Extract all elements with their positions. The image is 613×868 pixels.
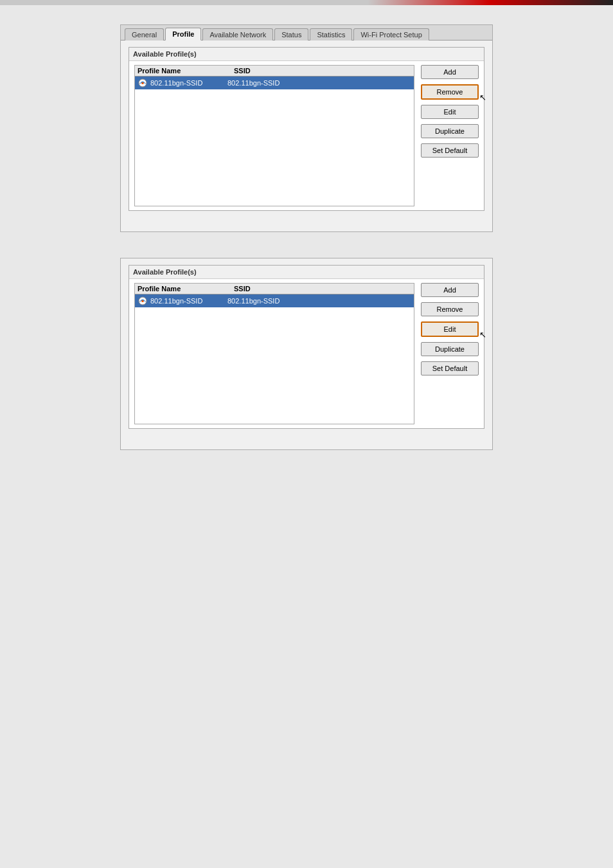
panel1-content: Available Profile(s) Profile Name SSID <box>121 41 492 221</box>
add-button[interactable]: Add <box>421 65 479 79</box>
profile-list-wrapper: Profile Name SSID <box>129 61 484 210</box>
col-header-ssid-2: SSID <box>234 285 411 293</box>
action-buttons-2: Add Remove Edit ↖ Duplicate Set Default <box>421 283 479 424</box>
remove-button[interactable]: Remove <box>421 84 479 100</box>
set-default-button-2[interactable]: Set Default <box>421 361 479 375</box>
edit-button-2[interactable]: Edit <box>421 321 479 337</box>
tab-profile[interactable]: Profile <box>165 28 201 41</box>
tab-available-network[interactable]: Available Network <box>202 28 273 41</box>
edit-button-wrapper: Edit ↖ <box>421 321 479 337</box>
row-ssid-cell: 802.11bgn-SSID <box>227 79 411 87</box>
table-header-2: Profile Name SSID <box>135 284 414 294</box>
profile-list-wrapper-2: Profile Name SSID <box>129 279 484 428</box>
duplicate-button-2[interactable]: Duplicate <box>421 342 479 356</box>
cursor-icon: ↖ <box>479 93 486 102</box>
cursor-icon-2: ↖ <box>479 330 486 339</box>
profiles-section-2: Available Profile(s) Profile Name SSID <box>129 265 484 429</box>
row-profile-name: 802.11bgn-SSID <box>150 79 202 87</box>
profiles-section: Available Profile(s) Profile Name SSID <box>129 47 484 211</box>
table-header: Profile Name SSID <box>135 66 414 77</box>
wifi-network-icon <box>138 78 148 88</box>
row-profile-name-2: 802.11bgn-SSID <box>150 297 202 305</box>
tab-status[interactable]: Status <box>274 28 308 41</box>
tab-statistics[interactable]: Statistics <box>310 28 352 41</box>
tab-bar: General Profile Available Network Status… <box>121 25 492 41</box>
col-header-name: Profile Name <box>138 67 234 75</box>
set-default-button[interactable]: Set Default <box>421 143 479 158</box>
col-header-ssid: SSID <box>234 67 411 75</box>
profile-table-2: Profile Name SSID <box>134 283 414 424</box>
profile-table: Profile Name SSID <box>134 65 414 206</box>
table-row-2[interactable]: 802.11bgn-SSID 802.11bgn-SSID <box>135 294 414 307</box>
row-name-cell: 802.11bgn-SSID <box>138 78 227 88</box>
edit-button[interactable]: Edit <box>421 105 479 119</box>
tab-wifi-protect[interactable]: Wi-Fi Protect Setup <box>353 28 429 41</box>
top-bar <box>0 0 613 5</box>
duplicate-button[interactable]: Duplicate <box>421 124 479 138</box>
remove-button-2[interactable]: Remove <box>421 302 479 316</box>
col-header-name-2: Profile Name <box>138 285 234 293</box>
add-button-2[interactable]: Add <box>421 283 479 297</box>
wifi-icon-svg <box>138 78 147 87</box>
wifi-icon-svg-2 <box>138 296 147 305</box>
second-window: Available Profile(s) Profile Name SSID <box>120 258 493 450</box>
remove-button-wrapper: Remove ↖ <box>421 84 479 100</box>
main-window: General Profile Available Network Status… <box>120 24 493 232</box>
row-ssid-cell-2: 802.11bgn-SSID <box>227 297 411 305</box>
action-buttons: Add Remove ↖ Edit Duplicate Set Default <box>421 65 479 206</box>
panel2-content: Available Profile(s) Profile Name SSID <box>121 258 492 439</box>
tab-general[interactable]: General <box>125 28 164 41</box>
wifi-network-icon-2 <box>138 296 148 306</box>
table-row[interactable]: 802.11bgn-SSID 802.11bgn-SSID <box>135 77 414 89</box>
section-title: Available Profile(s) <box>129 48 484 61</box>
row-name-cell-2: 802.11bgn-SSID <box>138 296 227 306</box>
section-title-2: Available Profile(s) <box>129 266 484 279</box>
